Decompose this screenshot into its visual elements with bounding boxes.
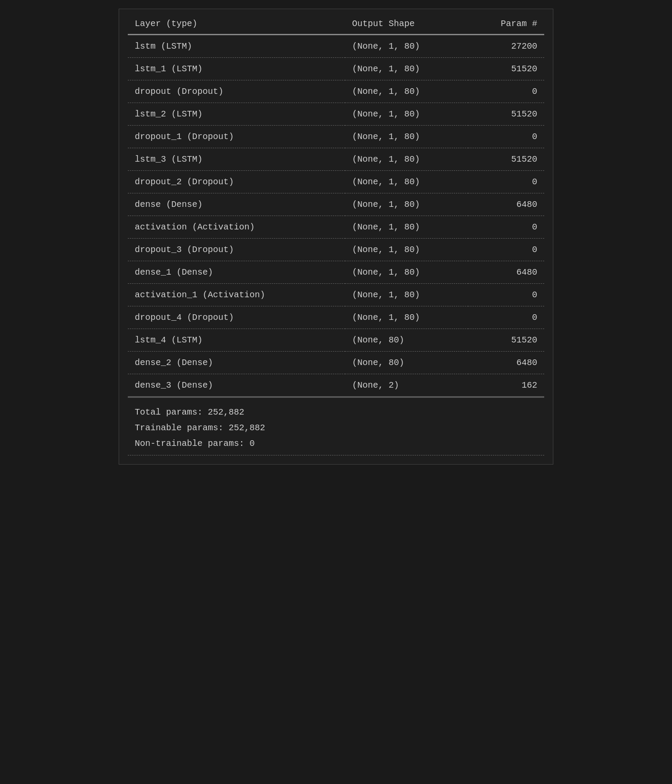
param-count: 51520 — [468, 58, 544, 80]
param-count: 0 — [468, 239, 544, 261]
output-shape: (None, 1, 80) — [345, 261, 468, 284]
table-row: dense_3 (Dense)(None, 2)162 — [128, 374, 544, 397]
param-count: 27200 — [468, 35, 544, 58]
layer-name: dense_1 (Dense) — [128, 261, 345, 284]
param-count: 0 — [468, 306, 544, 329]
table-row: lstm_2 (LSTM)(None, 1, 80)51520 — [128, 103, 544, 126]
col-layer: Layer (type) — [128, 13, 345, 35]
table-row: dense_2 (Dense)(None, 80)6480 — [128, 352, 544, 374]
output-shape: (None, 1, 80) — [345, 35, 468, 58]
output-shape: (None, 2) — [345, 374, 468, 397]
param-count: 51520 — [468, 148, 544, 171]
param-count: 0 — [468, 126, 544, 148]
output-shape: (None, 80) — [345, 352, 468, 374]
output-shape: (None, 1, 80) — [345, 284, 468, 306]
param-count: 6480 — [468, 352, 544, 374]
param-count: 162 — [468, 374, 544, 397]
table-row: lstm_1 (LSTM)(None, 1, 80)51520 — [128, 58, 544, 80]
layer-name: dropout_3 (Dropout) — [128, 239, 345, 261]
param-count: 0 — [468, 171, 544, 193]
trainable-params: Trainable params: 252,882 — [135, 420, 537, 436]
output-shape: (None, 1, 80) — [345, 148, 468, 171]
summary-footer: Total params: 252,882 Trainable params: … — [128, 396, 544, 455]
table-row: activation (Activation)(None, 1, 80)0 — [128, 216, 544, 239]
output-shape: (None, 1, 80) — [345, 58, 468, 80]
output-shape: (None, 1, 80) — [345, 171, 468, 193]
layer-name: activation (Activation) — [128, 216, 345, 239]
table-row: dense (Dense)(None, 1, 80)6480 — [128, 193, 544, 216]
table-row: dropout_2 (Dropout)(None, 1, 80)0 — [128, 171, 544, 193]
output-shape: (None, 1, 80) — [345, 126, 468, 148]
non-trainable-params: Non-trainable params: 0 — [135, 436, 537, 452]
param-count: 51520 — [468, 103, 544, 126]
summary-table: Layer (type) Output Shape Param # lstm (… — [128, 13, 544, 396]
output-shape: (None, 1, 80) — [345, 306, 468, 329]
param-count: 0 — [468, 216, 544, 239]
layer-name: lstm_3 (LSTM) — [128, 148, 345, 171]
output-shape: (None, 1, 80) — [345, 239, 468, 261]
table-row: dense_1 (Dense)(None, 1, 80)6480 — [128, 261, 544, 284]
table-header: Layer (type) Output Shape Param # — [128, 13, 544, 35]
table-row: dropout_4 (Dropout)(None, 1, 80)0 — [128, 306, 544, 329]
table-row: dropout_3 (Dropout)(None, 1, 80)0 — [128, 239, 544, 261]
layer-name: dense (Dense) — [128, 193, 345, 216]
param-count: 51520 — [468, 329, 544, 352]
layer-name: lstm_2 (LSTM) — [128, 103, 345, 126]
layer-name: dropout_1 (Dropout) — [128, 126, 345, 148]
output-shape: (None, 1, 80) — [345, 216, 468, 239]
table-row: lstm_3 (LSTM)(None, 1, 80)51520 — [128, 148, 544, 171]
layer-name: dropout_2 (Dropout) — [128, 171, 345, 193]
layer-name: lstm_1 (LSTM) — [128, 58, 345, 80]
output-shape: (None, 80) — [345, 329, 468, 352]
param-count: 0 — [468, 80, 544, 103]
output-shape: (None, 1, 80) — [345, 193, 468, 216]
output-shape: (None, 1, 80) — [345, 80, 468, 103]
param-count: 0 — [468, 284, 544, 306]
col-param: Param # — [468, 13, 544, 35]
table-row: lstm_4 (LSTM)(None, 80)51520 — [128, 329, 544, 352]
output-shape: (None, 1, 80) — [345, 103, 468, 126]
table-row: activation_1 (Activation)(None, 1, 80)0 — [128, 284, 544, 306]
table-row: dropout_1 (Dropout)(None, 1, 80)0 — [128, 126, 544, 148]
model-summary: Layer (type) Output Shape Param # lstm (… — [119, 9, 553, 465]
layer-name: dense_3 (Dense) — [128, 374, 345, 397]
param-count: 6480 — [468, 261, 544, 284]
layer-name: lstm (LSTM) — [128, 35, 345, 58]
layer-name: lstm_4 (LSTM) — [128, 329, 345, 352]
col-output-shape: Output Shape — [345, 13, 468, 35]
table-row: lstm (LSTM)(None, 1, 80)27200 — [128, 35, 544, 58]
layer-name: dropout (Dropout) — [128, 80, 345, 103]
table-row: dropout (Dropout)(None, 1, 80)0 — [128, 80, 544, 103]
param-count: 6480 — [468, 193, 544, 216]
layer-name: dense_2 (Dense) — [128, 352, 345, 374]
total-params: Total params: 252,882 — [135, 405, 537, 420]
layer-name: activation_1 (Activation) — [128, 284, 345, 306]
layer-name: dropout_4 (Dropout) — [128, 306, 345, 329]
